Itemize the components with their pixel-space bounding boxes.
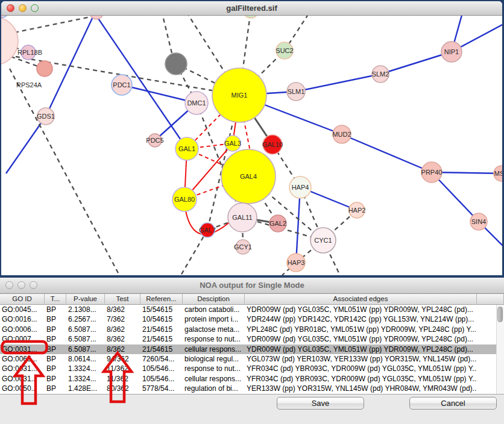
table-row[interactable]: GO:0006...BP6.5087...8/36221/54615galact…	[0, 325, 496, 334]
table-cell: 15/54615	[140, 305, 183, 314]
table-bottom-divider	[0, 394, 504, 394]
table-cell: BP	[45, 344, 66, 354]
table-cell: 6.5087...	[66, 344, 105, 354]
node-label-HAP3: HAP3	[288, 259, 305, 266]
table-cell: cellular respons...	[183, 374, 245, 384]
node-RPS24A[interactable]	[37, 61, 52, 76]
table-cell: 6.2567...	[66, 314, 105, 324]
table-row[interactable]: GO:0031...BP1.3324...11/362105/546...cel…	[0, 374, 496, 384]
table-row[interactable]: GO:0031...BP1.3324...11/362105/546...res…	[0, 364, 496, 373]
node-label-SIN4: SIN4	[471, 218, 486, 225]
table-cell: BP	[45, 325, 66, 334]
node-label-MIG1: MIG1	[232, 92, 248, 99]
table-cell: 105/546...	[140, 374, 183, 384]
column-header-go-id[interactable]: GO ID	[0, 294, 45, 304]
cancel-button[interactable]: Cancel	[409, 397, 497, 410]
node-big-left[interactable]	[1, 17, 18, 65]
node-label-RPL18B: RPL18B	[17, 49, 42, 56]
table-cell: 1.428E...	[66, 384, 105, 393]
table-cell: GO:0045...	[0, 305, 45, 314]
table-cell: 21/54615	[140, 325, 183, 334]
table-cell: GO:0007...	[0, 334, 45, 344]
node-label-GAL80: GAL80	[174, 196, 195, 203]
node-label-GAL1: GAL1	[178, 145, 195, 152]
table-cell: YPL248C (pd) YBR018C, YML051W (pp) YDR00…	[245, 325, 477, 334]
zoom-button-inactive[interactable]	[30, 281, 37, 289]
network-window-title: galFiltered.sif	[1, 1, 502, 15]
table-row[interactable]: GO:0065...BP8.0614...94/3627260/54...bio…	[0, 354, 496, 364]
column-header-p-value[interactable]: P-value	[66, 294, 105, 304]
table-cell: 21/54615	[140, 344, 183, 354]
table-cell: BP	[45, 364, 66, 373]
minimize-button[interactable]	[19, 4, 27, 12]
node-gray-node[interactable]	[165, 53, 187, 75]
noa-window-title: NOA output for Single Mode	[0, 278, 504, 293]
network-canvas[interactable]: RPL18BRPS24AGDS1PDC1PDC5DMC1MIG1SUC2SLM1…	[1, 16, 502, 275]
table-cell: YDR009W (pd) YGL035C, YML051W (pp) YDR00…	[245, 305, 477, 314]
table-cell: GO:0031...	[0, 374, 45, 384]
node-top-cut-1[interactable]	[1, 16, 8, 17]
column-header-test[interactable]: Test	[105, 294, 140, 304]
column-header-associated-edges[interactable]: Associated edges	[245, 294, 477, 304]
network-edge	[10, 69, 119, 275]
column-header-t[interactable]: T...	[45, 294, 66, 304]
noa-output-window: NOA output for Single Mode GO IDT...P-va…	[0, 278, 504, 424]
table-cell: YER133W (pp) YOR315W, YNL145W (pd) YHR08…	[245, 384, 477, 393]
network-edge	[14, 16, 119, 33]
column-header-referen[interactable]: Referen...	[140, 294, 183, 304]
table-cell: GO:0016...	[0, 314, 45, 324]
network-edge	[181, 230, 207, 275]
table-cell: 94/362	[105, 354, 140, 364]
table-row[interactable]: GO:0007...BP6.5087...8/36221/54615respon…	[0, 334, 496, 344]
table-cell: 105/546...	[140, 364, 183, 373]
node-label-PDC5: PDC5	[146, 137, 163, 144]
node-top-cut-3[interactable]	[243, 16, 259, 18]
noa-window-titlebar[interactable]: NOA output for Single Mode	[0, 278, 504, 294]
save-button[interactable]: Save	[277, 397, 364, 410]
table-cell: BP	[45, 305, 66, 314]
node-label-MSN: MSN	[494, 170, 502, 177]
table-cell: YFR034C (pd) YBR093C, YDR009W (pd) YGL03…	[245, 374, 477, 384]
table-row[interactable]: GO:0050...BP1.428E...80/3625778/54...reg…	[0, 384, 496, 393]
node-label-GAL7: GAL7	[199, 226, 216, 234]
node-label-PDC1: PDC1	[113, 81, 130, 89]
node-label-GAL4: GAL4	[240, 173, 257, 180]
node-label-SLM1: SLM1	[288, 88, 305, 95]
network-window-titlebar[interactable]: galFiltered.sif	[1, 1, 502, 16]
table-cell: 7260/54...	[140, 354, 183, 364]
table-cell: GO:0031...	[0, 344, 45, 354]
table-cell: 5778/54...	[140, 384, 183, 393]
table-row[interactable]: GO:0045...BP2.1308...8/36215/54615carbon…	[0, 305, 496, 314]
network-window: galFiltered.sif RPL18BRPS24AGDS1PDC1PDC5…	[1, 1, 502, 275]
table-cell: 21/54615	[140, 334, 183, 344]
node-label-GAL3: GAL3	[224, 140, 241, 147]
table-cell: 10/54615	[140, 314, 183, 324]
table-cell: 11/362	[105, 364, 140, 373]
table-cell: cellular respons...	[183, 344, 245, 354]
close-button[interactable]	[7, 4, 14, 12]
table-cell: YDR009W (pd) YGL035C, YML051W (pp) YDR00…	[245, 344, 477, 354]
scrollbar-thumb[interactable]	[497, 307, 503, 322]
network-edge	[95, 16, 187, 149]
table-cell: BP	[45, 314, 66, 324]
table-cell: protein import i...	[183, 314, 245, 324]
results-table: GO:0045...BP2.1308...8/36215/54615carbon…	[0, 305, 496, 394]
node-label-HAP4: HAP4	[292, 184, 309, 191]
column-header-desciption[interactable]: Desciption	[183, 294, 245, 304]
minimize-button-inactive[interactable]	[17, 281, 25, 289]
table-cell: regulation of bi...	[183, 384, 245, 393]
table-row[interactable]: GO:0031...BP6.5087...8/36221/54615cellul…	[0, 344, 496, 354]
table-cell: 8/362	[105, 344, 140, 354]
vertical-scrollbar[interactable]	[496, 305, 504, 394]
node-label-DMC1: DMC1	[187, 99, 206, 107]
table-cell: 1.3324...	[66, 374, 105, 384]
zoom-button[interactable]	[31, 4, 39, 12]
node-label-HAP2: HAP2	[348, 207, 366, 214]
table-cell: 80/362	[105, 384, 140, 393]
node-label-SUC2: SUC2	[276, 47, 293, 54]
table-cell: carbon cataboli...	[183, 305, 245, 314]
table-cell: 8/362	[105, 325, 140, 334]
close-button-inactive[interactable]	[5, 281, 13, 289]
node-label-SLM2: SLM2	[372, 70, 389, 78]
table-row[interactable]: GO:0016...BP6.2567...7/36210/54615protei…	[0, 314, 496, 324]
